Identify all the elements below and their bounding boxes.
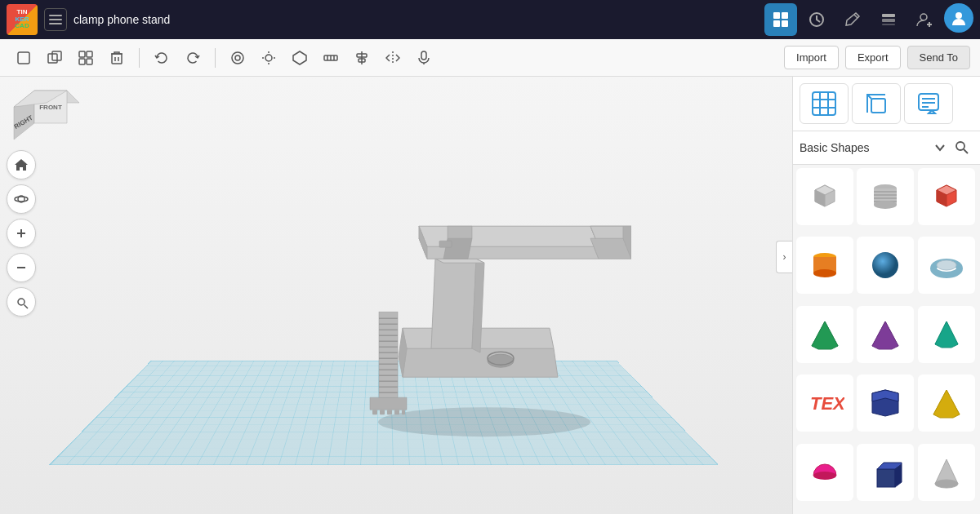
nav-tools-btn[interactable] <box>836 3 869 36</box>
svg-text:TEXT: TEXT <box>810 393 844 414</box>
model-svg <box>239 169 631 446</box>
svg-rect-96 <box>439 241 452 247</box>
svg-rect-0 <box>49 15 62 16</box>
separator-2 <box>215 48 216 68</box>
undo-btn[interactable] <box>148 44 176 72</box>
toolbar: Import Export Send To <box>0 39 980 77</box>
svg-rect-5 <box>773 20 780 27</box>
nav-user-plus-btn[interactable] <box>908 3 941 36</box>
import-btn[interactable]: Import <box>784 46 839 69</box>
new-shape-btn[interactable] <box>10 44 38 72</box>
dropdown-icon[interactable] <box>934 142 946 153</box>
svg-rect-4 <box>782 12 788 19</box>
search-icon[interactable] <box>951 136 973 159</box>
shapes-grid: TEXT <box>793 165 980 514</box>
send-to-btn[interactable]: Send To <box>907 46 970 69</box>
main-area: FRONT RIGHT <box>0 77 980 514</box>
panel-search-bar: Basic Shapes <box>793 131 980 165</box>
light-btn[interactable] <box>255 44 283 72</box>
panel-notes-view-btn[interactable] <box>904 83 953 124</box>
panel-angle-view-btn[interactable] <box>852 83 901 124</box>
shape-box-navy[interactable] <box>857 444 914 501</box>
polygon-btn[interactable] <box>286 44 314 72</box>
right-panel: Basic Shapes <box>792 77 980 514</box>
svg-rect-61 <box>387 410 392 414</box>
shape-pyramid-yellow[interactable] <box>918 374 975 432</box>
fit-btn[interactable] <box>7 287 36 317</box>
zoom-in-btn[interactable] <box>7 219 36 248</box>
orbit-btn[interactable] <box>7 184 36 214</box>
export-btn[interactable]: Export <box>845 46 901 69</box>
redo-btn[interactable] <box>179 44 207 72</box>
panel-category-label: Basic Shapes <box>800 141 929 154</box>
project-title: clamp phone stand <box>74 13 758 26</box>
svg-rect-42 <box>421 51 426 60</box>
svg-point-124 <box>813 269 836 277</box>
svg-marker-82 <box>431 259 476 348</box>
svg-rect-11 <box>882 24 895 25</box>
shape-box-red[interactable] <box>918 168 975 225</box>
svg-point-57 <box>378 407 590 436</box>
mirror-btn[interactable] <box>379 44 407 72</box>
menu-icon[interactable] <box>44 8 67 31</box>
svg-rect-16 <box>18 52 29 64</box>
svg-marker-84 <box>435 259 484 263</box>
panel-grid-view-btn[interactable] <box>800 83 849 124</box>
shape-cylinder-stripe[interactable] <box>857 168 914 225</box>
svg-rect-102 <box>871 99 885 113</box>
home-btn[interactable] <box>7 150 36 179</box>
shape-sphere[interactable] <box>857 237 914 294</box>
top-navigation: TIN KER CAD clamp phone stand <box>0 0 980 39</box>
nav-layers-btn[interactable] <box>872 3 905 36</box>
shape-cylinder-orange[interactable] <box>796 237 853 294</box>
svg-marker-95 <box>448 226 472 238</box>
nav-grid-btn[interactable] <box>764 3 797 36</box>
svg-text:FRONT: FRONT <box>39 104 62 111</box>
align-btn[interactable] <box>348 44 376 72</box>
mic-btn[interactable] <box>410 44 438 72</box>
duplicate-btn[interactable] <box>41 44 69 72</box>
measure-btn[interactable] <box>317 44 345 72</box>
svg-point-144 <box>935 480 958 488</box>
nav-activity-btn[interactable] <box>800 3 833 36</box>
svg-point-27 <box>235 55 240 60</box>
svg-point-139 <box>813 472 836 480</box>
zoom-out-btn[interactable] <box>7 253 36 282</box>
shape-torus[interactable] <box>918 237 975 294</box>
group-btn[interactable] <box>72 44 100 72</box>
svg-line-8 <box>854 15 858 18</box>
user-avatar[interactable] <box>944 3 973 33</box>
svg-rect-62 <box>394 410 399 414</box>
svg-marker-58 <box>370 397 407 410</box>
svg-rect-3 <box>773 12 780 19</box>
svg-rect-22 <box>87 59 92 64</box>
svg-rect-60 <box>380 410 385 414</box>
svg-rect-97 <box>813 92 835 115</box>
camera-btn[interactable] <box>224 44 252 72</box>
svg-rect-20 <box>87 51 92 57</box>
shape-pyramid-purple[interactable] <box>857 306 914 363</box>
logo[interactable]: TIN KER CAD <box>7 4 38 35</box>
shape-text[interactable]: TEXT <box>796 374 853 432</box>
svg-point-15 <box>956 12 962 19</box>
svg-point-118 <box>874 201 897 209</box>
delete-btn[interactable] <box>103 44 131 72</box>
svg-rect-19 <box>79 51 85 57</box>
shape-pyramid-green[interactable] <box>796 306 853 363</box>
svg-point-26 <box>232 52 243 64</box>
shape-hemisphere[interactable] <box>796 444 853 501</box>
panel-collapse-btn[interactable]: › <box>776 241 792 273</box>
svg-point-12 <box>920 14 927 20</box>
shape-pyramid-teal[interactable] <box>918 306 975 363</box>
svg-marker-131 <box>872 321 898 349</box>
svg-rect-2 <box>49 23 62 24</box>
svg-rect-10 <box>882 19 895 22</box>
shape-cone[interactable] <box>918 444 975 501</box>
svg-line-108 <box>964 149 968 153</box>
shape-box[interactable] <box>796 168 853 225</box>
svg-rect-64 <box>379 312 398 397</box>
viewport[interactable]: FRONT RIGHT <box>0 77 792 514</box>
shape-pentagon[interactable] <box>857 374 914 432</box>
svg-point-28 <box>265 55 272 61</box>
logo-cad: CAD <box>15 23 29 30</box>
